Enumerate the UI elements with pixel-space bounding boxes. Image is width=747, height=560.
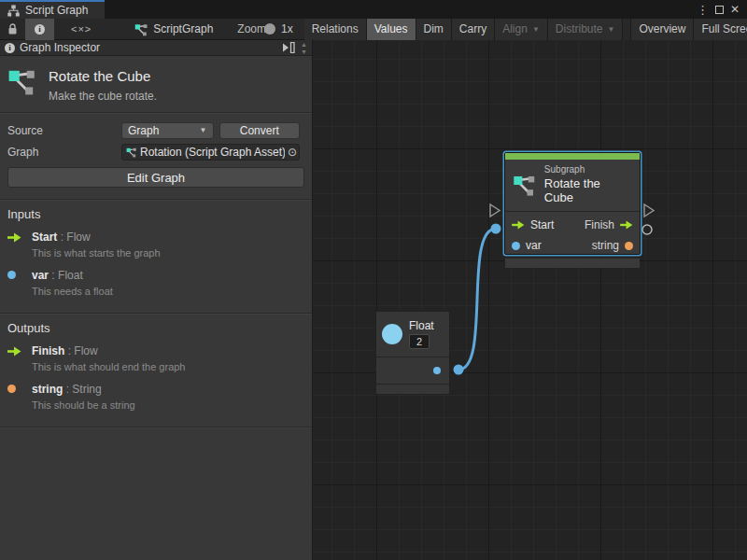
graph-inspector-panel: i Graph Inspector ▲ ▼ Rota: [0, 40, 313, 560]
dim-button[interactable]: Dim: [416, 19, 451, 40]
output-port-string: string : String This should be a string: [7, 383, 304, 411]
zoom-slider-handle[interactable]: [264, 23, 275, 35]
script-graph-window: Script Graph ⋮ ✕ i <×>: [0, 0, 747, 560]
float-node-title: Float: [409, 319, 434, 332]
script-graph-icon: [513, 173, 537, 197]
carry-button[interactable]: Carry: [452, 19, 494, 40]
graph-canvas[interactable]: Subgraph Rotate the Cube Start Finish: [313, 40, 747, 560]
source-dropdown-value: Graph: [128, 124, 159, 137]
toolbar-gap: [623, 19, 630, 40]
input-port-start: Start : Flow This is what starts the gra…: [7, 231, 304, 259]
maximize-icon[interactable]: [715, 6, 724, 14]
graph-object-value: Rotation (Script Graph Asset): [140, 146, 285, 159]
chevron-down-icon: ▼: [608, 25, 615, 34]
window-menu-icon[interactable]: ⋮: [697, 4, 709, 16]
script-graph-icon: [126, 147, 137, 158]
source-dropdown[interactable]: Graph ▼: [121, 122, 214, 139]
float-node[interactable]: Float: [375, 311, 450, 395]
script-graph-icon: [134, 22, 148, 36]
outputs-section: Outputs Finish : Flow This is what shoul…: [0, 314, 312, 427]
tab-label: Script Graph: [25, 4, 88, 17]
code-icon: <×>: [60, 23, 103, 35]
graph-settings-form: Source Graph ▼ Convert Graph Rotation (: [0, 113, 312, 161]
close-icon[interactable]: ✕: [730, 4, 740, 15]
spinner-up-icon: ▲: [301, 41, 307, 48]
graph-breadcrumb[interactable]: ScriptGraph: [134, 22, 213, 36]
flow-arrow-icon: [620, 220, 633, 230]
flow-input-connector-icon[interactable]: [490, 204, 500, 217]
zoom-value: 1x: [281, 22, 293, 35]
inputs-section: Inputs Start : Flow This is what starts …: [0, 200, 312, 313]
float-port-icon: [7, 269, 22, 297]
inspector-header: i Graph Inspector ▲ ▼: [0, 40, 312, 56]
zoom-label: Zoom: [237, 22, 266, 35]
subgraph-node[interactable]: Subgraph Rotate the Cube Start Finish: [504, 152, 641, 255]
inputs-title: Inputs: [7, 207, 304, 221]
edit-graph-button[interactable]: Edit Graph: [7, 167, 304, 188]
input-port-var: var : Float This needs a float: [7, 269, 304, 297]
node-kind-label: Subgraph: [544, 164, 632, 175]
node-footer: [505, 258, 640, 268]
flow-arrow-icon: [512, 220, 525, 230]
titlebar: Script Graph ⋮ ✕: [0, 0, 747, 19]
source-label: Source: [7, 124, 121, 137]
string-output-port[interactable]: string: [592, 239, 633, 252]
graph-name-label: ScriptGraph: [153, 22, 213, 35]
lock-icon: [7, 23, 18, 35]
graph-hierarchy-icon: [7, 5, 20, 17]
float-node-body: [376, 357, 449, 384]
float-output-port[interactable]: [433, 367, 441, 374]
wire-source-dot[interactable]: [454, 365, 464, 375]
convert-button[interactable]: Convert: [219, 122, 301, 139]
node-footer: [376, 384, 449, 393]
fullscreen-button[interactable]: Full Screen: [694, 19, 747, 40]
relations-button[interactable]: Relations: [304, 19, 366, 40]
graph-title: Rotate the Cube: [49, 68, 157, 84]
flow-output-connector-icon[interactable]: [644, 204, 654, 217]
value-output-connector-icon[interactable]: [642, 225, 652, 234]
tab-script-graph[interactable]: Script Graph: [0, 0, 105, 19]
var-input-port[interactable]: var: [512, 239, 542, 252]
node-highlight-bar: [505, 153, 640, 160]
float-value-input[interactable]: [409, 334, 430, 349]
flow-arrow-icon: [7, 344, 22, 372]
toolbar-button-group: Relations Values Dim Carry Align▼ Distri…: [304, 19, 747, 40]
overview-button[interactable]: Overview: [631, 19, 693, 40]
graph-toolbar: i <×> ScriptGraph Zoom 1x Relations Valu…: [0, 19, 747, 40]
chevron-down-icon: ▼: [200, 126, 207, 134]
lock-button[interactable]: [0, 19, 25, 40]
divider: [0, 427, 312, 427]
wire-target-dot[interactable]: [491, 224, 501, 234]
start-input-port[interactable]: Start: [512, 218, 554, 231]
panel-spinner[interactable]: ▲ ▼: [301, 41, 307, 55]
align-button[interactable]: Align▼: [495, 19, 547, 40]
values-button[interactable]: Values: [367, 19, 416, 40]
output-port-finish: Finish : Flow This is what should end th…: [7, 344, 304, 372]
info-icon: i: [5, 43, 15, 53]
graph-field-label: Graph: [7, 146, 121, 159]
float-type-icon: [382, 324, 402, 344]
distribute-button[interactable]: Distribute▼: [548, 19, 623, 40]
flow-arrow-icon: [7, 231, 22, 259]
info-icon: i: [35, 24, 45, 35]
spinner-down-icon: ▼: [301, 49, 307, 55]
float-to-var-wire[interactable]: [458, 229, 496, 370]
subgraph-ports: Start Finish var string: [505, 211, 640, 258]
inspector-toggle-button[interactable]: i: [25, 19, 54, 40]
outputs-title: Outputs: [7, 321, 304, 335]
graph-object-field[interactable]: Rotation (Script Graph Asset) ⊙: [121, 144, 300, 161]
graph-subtitle: Make the cube rotate.: [49, 90, 157, 103]
inspector-title: Graph Inspector: [20, 41, 100, 54]
float-node-header[interactable]: Float: [376, 312, 449, 357]
script-graph-icon: [7, 66, 37, 96]
connection-layer: [313, 40, 747, 560]
string-port-icon: [625, 242, 633, 250]
chevron-down-icon: ▼: [532, 25, 540, 34]
subgraph-node-header[interactable]: Subgraph Rotate the Cube: [505, 160, 640, 211]
finish-output-port[interactable]: Finish: [585, 218, 633, 231]
dock-panel-icon[interactable]: [282, 42, 295, 53]
float-port-icon: [512, 242, 520, 250]
generated-code-button[interactable]: <×>: [54, 19, 108, 40]
node-title: Rotate the Cube: [544, 176, 632, 204]
object-picker-icon[interactable]: ⊙: [288, 146, 297, 159]
